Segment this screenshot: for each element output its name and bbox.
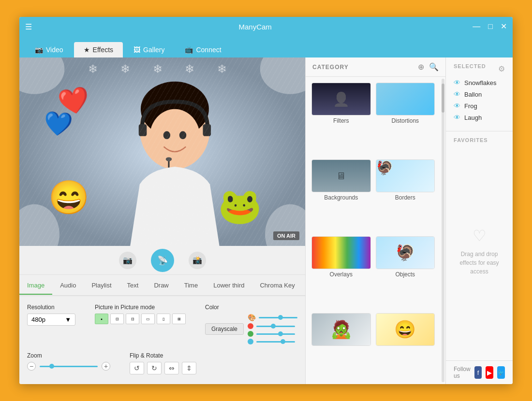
- category-item-faces2[interactable]: 😄: [376, 313, 435, 378]
- color-overall-slider[interactable]: [259, 317, 297, 318]
- close-button[interactable]: ✕: [501, 23, 507, 30]
- pip-half-button[interactable]: ▭: [141, 314, 155, 324]
- youtube-button[interactable]: ▶: [486, 366, 493, 379]
- resolution-dropdown[interactable]: 480p ▼: [27, 314, 75, 326]
- flip-vertical-button[interactable]: ⇕: [182, 362, 196, 374]
- tab-text[interactable]: Text: [119, 277, 147, 295]
- follow-label: Follow us: [454, 366, 471, 379]
- rotate-left-button[interactable]: ↺: [130, 362, 144, 374]
- facebook-button[interactable]: f: [474, 366, 482, 379]
- tab-audio[interactable]: Audio: [52, 277, 84, 295]
- settings-row-2: Zoom − + Flip & Rotate ↺: [27, 352, 297, 374]
- tab-time[interactable]: Time: [177, 277, 206, 295]
- eye-icon-frog[interactable]: 👁: [454, 102, 460, 110]
- tab-gallery[interactable]: 🖼 Gallery: [124, 42, 174, 57]
- pip-topright-button[interactable]: ⊡: [126, 314, 139, 324]
- person-overlay: [19, 57, 305, 246]
- resolution-value: 480p: [31, 316, 45, 323]
- window-controls: — □ ✕: [473, 23, 507, 30]
- favorites-drop-area[interactable]: ♡ Drag and drop effects for easy access: [454, 148, 505, 355]
- category-header: CATEGORY ⊕ 🔍: [306, 57, 445, 77]
- tab-effects[interactable]: ★ Effects: [74, 42, 123, 57]
- category-item-filters[interactable]: 👤 Filters: [311, 83, 371, 155]
- cyan-slider[interactable]: [256, 341, 295, 343]
- pip-side-button[interactable]: ▯: [157, 314, 170, 324]
- tab-draw[interactable]: Draw: [146, 277, 176, 295]
- bottom-tabs: Image Audio Playlist Text Draw Time: [19, 275, 305, 296]
- faces1-thumb: 🧟: [311, 313, 371, 346]
- maximize-button[interactable]: □: [488, 23, 493, 30]
- pip-topleft-button[interactable]: ⊡: [110, 314, 124, 324]
- camera-toggle-button[interactable]: 📷: [119, 252, 136, 269]
- add-category-button[interactable]: ⊕: [418, 62, 424, 72]
- tab-image[interactable]: Image: [19, 277, 52, 295]
- video-tab-label: Video: [46, 46, 63, 54]
- rotate-right-button[interactable]: ↻: [147, 362, 162, 374]
- search-category-button[interactable]: 🔍: [429, 62, 439, 72]
- selected-title: SELECTED: [454, 63, 486, 69]
- faces2-preview: 😄: [376, 314, 435, 345]
- effects-tab-label: Effects: [93, 46, 114, 54]
- favorites-title: FAVORITES: [454, 137, 505, 143]
- faces1-preview: 🧟: [312, 314, 370, 345]
- tab-connect[interactable]: 📺 Connect: [175, 42, 231, 57]
- category-item-faces1[interactable]: 🧟: [311, 313, 371, 378]
- borders-preview: 🦃: [376, 160, 435, 192]
- cyan-dot: [248, 339, 253, 344]
- category-scrollbar[interactable]: [442, 79, 444, 382]
- selected-frog-label: Frog: [464, 102, 477, 110]
- distortions-preview: [376, 83, 435, 115]
- twitter-button[interactable]: 🐦: [497, 366, 505, 379]
- zoom-in-button[interactable]: +: [102, 362, 110, 371]
- gallery-tab-label: Gallery: [143, 46, 164, 54]
- heart-blue-effect: 💙: [43, 109, 74, 139]
- dropdown-arrow-icon: ▼: [65, 316, 71, 323]
- eye-icon-snowflakes[interactable]: 👁: [454, 79, 460, 86]
- filters-preview-icon: 👤: [333, 91, 350, 107]
- distortions-label: Distortions: [391, 117, 419, 124]
- nav-tabs: 📷 Video ★ Effects 🖼 Gallery 📺 Connect: [19, 36, 513, 57]
- zoom-label: Zoom: [27, 352, 110, 359]
- flip-horizontal-button[interactable]: ⇔: [164, 362, 179, 374]
- red-dot: [248, 323, 253, 329]
- tab-video[interactable]: 📷 Video: [25, 42, 73, 57]
- category-item-objects[interactable]: 🦃 Objects: [376, 236, 435, 308]
- broadcast-button[interactable]: 📡: [151, 249, 174, 272]
- settings-panel: Resolution 480p ▼ Picture in Picture mod…: [19, 296, 305, 384]
- emoji-effect: 😄: [48, 178, 89, 217]
- zoom-out-button[interactable]: −: [27, 362, 36, 371]
- eye-icon-laugh[interactable]: 👁: [454, 114, 460, 121]
- category-item-borders[interactable]: 🦃 Borders: [376, 159, 435, 231]
- category-item-overlays[interactable]: Overlays: [311, 236, 371, 308]
- tab-lower-third[interactable]: Lower third: [206, 277, 252, 295]
- filters-thumb: 👤: [311, 83, 371, 115]
- title-bar: ☰ ManyCam — □ ✕: [19, 17, 513, 36]
- red-slider-row: [248, 323, 297, 329]
- category-scrollbar-thumb: [442, 84, 444, 113]
- faces1-preview-icon: 🧟: [330, 319, 352, 340]
- green-slider[interactable]: [256, 333, 295, 335]
- tab-chroma-key[interactable]: Chroma Key: [252, 277, 302, 295]
- settings-row-1: Resolution 480p ▼ Picture in Picture mod…: [27, 304, 297, 344]
- grayscale-button[interactable]: Grayscale: [205, 323, 244, 335]
- filter-icon[interactable]: ⚙: [498, 64, 505, 73]
- tab-playlist[interactable]: Playlist: [84, 277, 119, 295]
- minimize-button[interactable]: —: [473, 23, 480, 30]
- svg-rect-7: [139, 124, 147, 136]
- red-slider[interactable]: [256, 326, 295, 327]
- eye-icon-ballon[interactable]: 👁: [454, 90, 460, 98]
- zoom-slider[interactable]: [40, 366, 98, 367]
- selected-item-frog: 👁 Frog: [454, 102, 505, 110]
- menu-icon[interactable]: ☰: [25, 22, 32, 31]
- selected-item-ballon: 👁 Ballon: [454, 90, 505, 98]
- selected-snowflakes-label: Snowflakes: [464, 79, 496, 86]
- overlays-preview: [312, 237, 370, 269]
- category-item-distortions[interactable]: Distortions: [376, 83, 435, 155]
- favorites-section: FAVORITES ♡ Drag and drop effects for ea…: [446, 131, 513, 360]
- category-item-backgrounds[interactable]: 🖥 Backgrounds: [311, 159, 371, 231]
- app-window: ☰ ManyCam — □ ✕ 📷 Video ★ Effects 🖼 Gall…: [19, 17, 513, 384]
- snapshot-button[interactable]: 📸: [189, 252, 206, 269]
- pip-grid-button[interactable]: ⊞: [172, 314, 186, 324]
- connect-tab-icon: 📺: [185, 46, 193, 54]
- pip-fullscreen-button[interactable]: ▪: [95, 314, 108, 324]
